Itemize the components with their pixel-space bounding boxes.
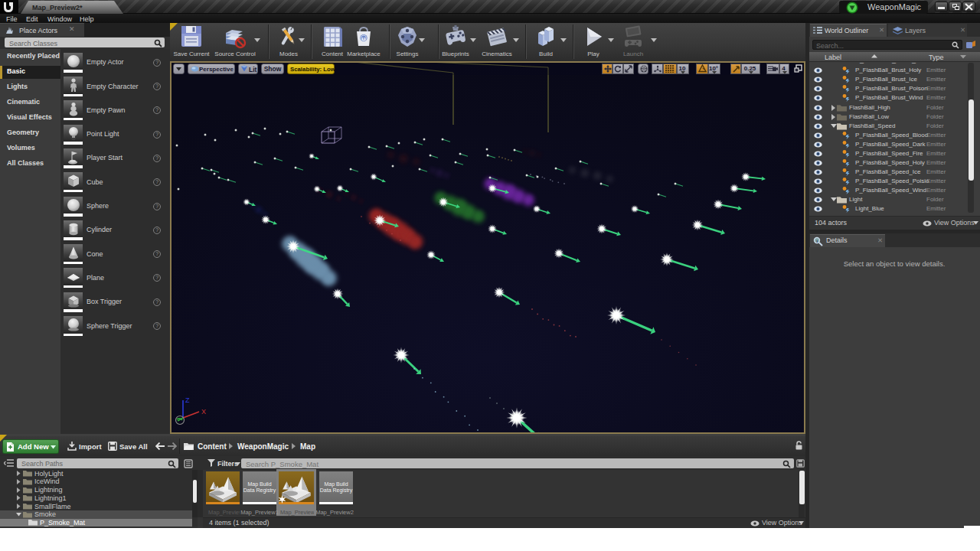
svg-text:u: u [362, 35, 366, 42]
svg-text:Z: Z [185, 396, 190, 404]
svg-text:X: X [201, 408, 206, 416]
